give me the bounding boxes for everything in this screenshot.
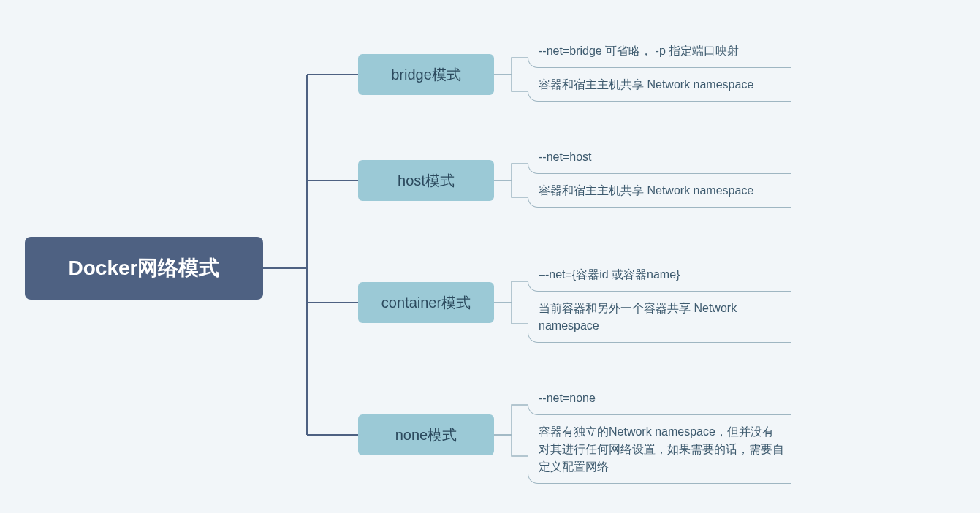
root-title: Docker网络模式 [69,254,220,282]
leaf-text: 当前容器和另外一个容器共享 Network namespace [539,302,737,332]
leaf-container-1[interactable]: 当前容器和另外一个容器共享 Network namespace [528,295,791,343]
leaf-none-0[interactable]: --net=none [528,385,791,415]
root-node[interactable]: Docker网络模式 [25,237,263,300]
leaf-text: --net=host [539,151,591,163]
branch-none[interactable]: none模式 [358,414,494,455]
leaf-text: 容器和宿主主机共享 Network namespace [539,78,753,91]
branch-label: container模式 [381,293,471,313]
branch-label: none模式 [395,425,457,445]
branch-container[interactable]: container模式 [358,282,494,323]
leaf-text: –-net={容器id 或容器name} [539,268,680,281]
leaf-bridge-1[interactable]: 容器和宿主主机共享 Network namespace [528,72,791,102]
leaf-text: 容器有独立的Network namespace，但并没有对其进行任何网络设置，如… [539,425,784,473]
leaf-text: --net=none [539,392,596,404]
branch-label: bridge模式 [391,65,461,85]
leaf-container-0[interactable]: –-net={容器id 或容器name} [528,262,791,292]
leaf-host-0[interactable]: --net=host [528,144,791,174]
branch-label: host模式 [398,171,455,191]
leaf-text: 容器和宿主主机共享 Network namespace [539,184,753,197]
leaf-none-1[interactable]: 容器有独立的Network namespace，但并没有对其进行任何网络设置，如… [528,419,791,484]
leaf-bridge-0[interactable]: --net=bridge 可省略， -p 指定端口映射 [528,38,791,68]
branch-bridge[interactable]: bridge模式 [358,54,494,95]
leaf-text: --net=bridge 可省略， -p 指定端口映射 [539,45,739,57]
leaf-host-1[interactable]: 容器和宿主主机共享 Network namespace [528,178,791,208]
branch-host[interactable]: host模式 [358,160,494,201]
